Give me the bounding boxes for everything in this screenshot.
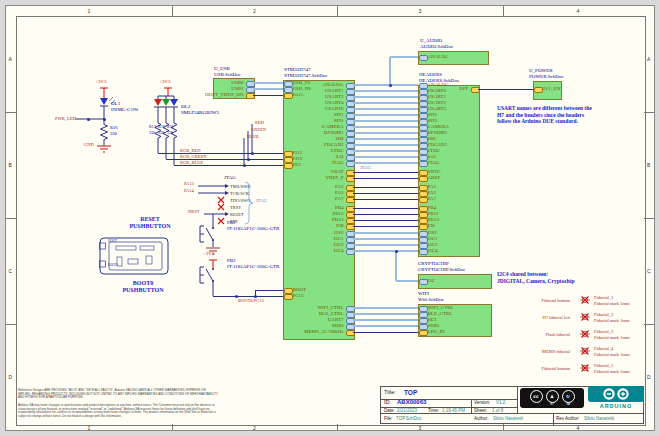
pin-label-PB12: PB12 [428, 211, 439, 216]
fiducial-name: Fiducial_2 [594, 312, 613, 317]
arduino-infinity-icon [588, 386, 644, 402]
jtag-signal-tck: TCK/SCK [230, 191, 249, 196]
fiducial-desc: Fiducial mark 1mm [594, 352, 630, 357]
date-value: 2/21/2023 [397, 408, 417, 413]
zone-column-1: 1 [88, 8, 91, 14]
pin-label-SAI: SAI [335, 154, 343, 159]
wire [353, 150, 418, 152]
sheet-label: Sheet: [474, 408, 487, 413]
io-pin-PA7 [419, 197, 428, 203]
fiducial-desc: Fiducial mark 1mm [594, 318, 630, 323]
junction-dot [254, 295, 257, 298]
io-pin-LPO_IN [419, 330, 428, 336]
wire [390, 56, 418, 58]
author-label: Author: [474, 416, 489, 421]
wire [353, 108, 418, 110]
harness-pin-I2C [419, 279, 428, 285]
zone-row-C: C [647, 268, 651, 274]
zone-column-2: 2 [253, 8, 256, 14]
pin-label-DFSDM1: DFSDM1 [324, 130, 344, 135]
jtag-signal-tdo: TDO/SWO [230, 198, 251, 203]
pin-label-PA3: PA3 [335, 190, 343, 195]
pin-label-I2S2: I2S2 [334, 230, 343, 235]
title-label: Title: [384, 390, 396, 395]
wire [353, 144, 418, 146]
wire [353, 319, 418, 321]
pb1-label: PB1IT-1185AP1C-160G-GTR [227, 220, 279, 232]
pin-label-USART2: USART2 [428, 100, 447, 105]
io-pin-PA15 [284, 93, 293, 99]
wire [255, 290, 283, 291]
wire [353, 313, 418, 315]
wifi-designator: WIFIWifi.SchDoc [418, 291, 444, 303]
zone-tick [503, 6, 504, 16]
pin-label-DSI: DSI [335, 136, 343, 141]
pin-label-PE3: PE3 [293, 162, 301, 167]
disclaimer-paragraph-1: Reference Designs ARE PROVIDED "AS IS" A… [18, 389, 218, 400]
junction-dot [389, 84, 392, 87]
zone-column-4: 4 [577, 425, 580, 431]
r12-ref: R12 [158, 124, 165, 129]
author-value: Silvio Navaretti [493, 416, 523, 421]
zone-row-A: A [647, 56, 650, 62]
pin-label-HOST_VBUS_ON: HOST_VBUS_ON [205, 92, 244, 97]
sheet-value: 1 of 8 [492, 408, 503, 413]
pin-label-USART4: USART4 [325, 100, 344, 105]
mcu-sheet-symbol[interactable] [283, 80, 355, 340]
pin-label-VBAT: VBAT [330, 169, 343, 174]
pin-label-JTAG: JTAG [332, 160, 344, 165]
r11-ref: R11 [167, 124, 174, 129]
wire [353, 120, 418, 122]
pin-label-USART6: USART6 [325, 106, 344, 111]
pin-label-CAMERA: CAMERA [322, 124, 343, 129]
pin-label-USB_HS: USB_HS [293, 86, 312, 91]
jtag-harness-label: JTAG [256, 198, 267, 203]
jtag-signal-trst: TRST [230, 205, 241, 210]
junction-dot [247, 158, 250, 161]
pin-label-PA3: PA3 [428, 190, 436, 195]
wire [396, 280, 418, 282]
arduino-logo: ARDUINO [588, 386, 644, 412]
file-label: File: [384, 416, 393, 421]
pin-label-USB1: USB1 [231, 86, 243, 91]
pin-label-I2C1: I2C1 [428, 236, 438, 241]
pin-label-PD13: PD13 [428, 217, 439, 222]
net-green: GREEN [251, 127, 266, 132]
pin-label-SPI5: SPI5 [428, 118, 438, 123]
id-value: ABX00063 [397, 399, 426, 406]
dl1-label: DL1HSMG-C190 [111, 101, 138, 113]
net-pwr-led: PWR_LED [55, 116, 76, 121]
rev-author-value: Silvio Navaretti [584, 416, 614, 421]
wire [213, 296, 283, 297]
fiducial-location: MEMS fiducial [542, 349, 570, 354]
wire [253, 88, 283, 90]
zone-row-D: D [647, 374, 651, 380]
pin-label-UART7: UART7 [328, 317, 344, 322]
wire [353, 114, 418, 116]
wire-v [395, 251, 397, 281]
pin-label-DFSDM1: DFSDM1 [428, 130, 448, 135]
pin-label-PA15: PA15 [293, 92, 304, 97]
pin-label-PD13: PD13 [332, 217, 343, 222]
wire [478, 89, 533, 90]
pin-label-FDCAN2: FDCAN2 [428, 142, 447, 147]
wire [353, 226, 418, 227]
pin-label-SPI1: SPI1 [334, 112, 344, 117]
pin-label-WIFI_CTRL: WIFI_CTRL [317, 305, 343, 310]
pin-label-PA2: PA2 [335, 184, 343, 189]
pin-label-PJ13: PJ13 [293, 156, 303, 161]
wire [353, 90, 418, 92]
pin-label-I2C: I2C [428, 278, 436, 283]
pin-label-LPO_IN: LPO_IN [428, 329, 445, 334]
wire [353, 244, 418, 246]
wire [253, 82, 283, 84]
fiducial-desc: Fiducial mark 1mm [594, 369, 630, 374]
pin-label-LTDC: LTDC [331, 148, 344, 153]
wire [353, 307, 418, 309]
pin-label-USART2: USART2 [325, 94, 344, 99]
rail-3v3-pb2: +3V3 [203, 251, 214, 256]
title-value: TOP [404, 389, 417, 396]
pin-label-PB4: PB4 [428, 205, 437, 210]
pb2-label: PB2IT-1185AP1C-160G-GTR [227, 258, 279, 270]
pin-label-USART3: USART3 [428, 106, 447, 111]
